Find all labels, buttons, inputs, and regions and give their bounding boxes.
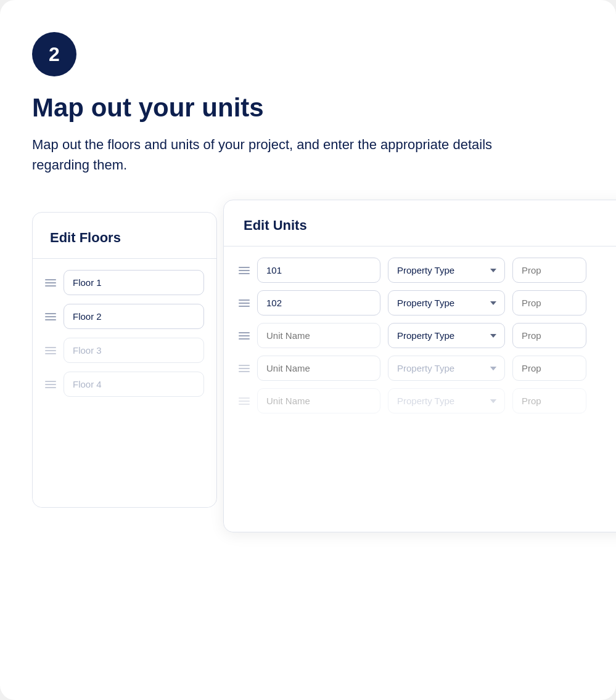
unit-name-input[interactable] <box>257 323 380 348</box>
unit-name-input[interactable] <box>257 356 380 381</box>
drag-handle-icon[interactable] <box>45 313 56 320</box>
step-badge: 2 <box>32 32 76 76</box>
property-type-select[interactable]: Property Type <box>388 356 505 381</box>
prop-extra-input[interactable] <box>512 258 586 283</box>
unit-row: Property Type <box>239 323 616 348</box>
drag-handle-icon[interactable] <box>239 299 250 307</box>
fade-overlay <box>33 470 216 507</box>
edit-floors-header: Edit Floors <box>33 213 216 259</box>
edit-units-panel: Edit Units Property Type <box>223 200 616 532</box>
floor-name-input[interactable] <box>64 304 204 329</box>
prop-extra-input[interactable] <box>512 356 586 381</box>
drag-handle-icon[interactable] <box>45 279 56 287</box>
drag-handle-icon[interactable] <box>239 332 250 340</box>
edit-floors-title: Edit Floors <box>50 230 199 246</box>
unit-row: Property Type <box>239 388 616 413</box>
floor-item <box>45 270 204 295</box>
property-type-select[interactable]: Property Type <box>388 388 505 413</box>
unit-name-input[interactable] <box>257 388 380 413</box>
unit-row: Property Type <box>239 290 616 315</box>
drag-handle-icon[interactable] <box>45 347 56 354</box>
main-card: 2 Map out your units Map out the floors … <box>0 0 616 700</box>
floors-list <box>33 259 216 408</box>
property-type-select[interactable]: Property Type <box>388 258 505 283</box>
panels-container: Edit Floors <box>32 212 584 508</box>
edit-units-title: Edit Units <box>244 218 616 234</box>
edit-floors-panel: Edit Floors <box>32 212 217 508</box>
property-type-wrapper: Property Type <box>388 290 505 315</box>
drag-handle-icon[interactable] <box>239 365 250 372</box>
prop-extra-input[interactable] <box>512 323 586 348</box>
floor-name-input[interactable] <box>64 270 204 295</box>
property-type-wrapper: Property Type <box>388 258 505 283</box>
property-type-select[interactable]: Property Type <box>388 290 505 315</box>
unit-row: Property Type <box>239 356 616 381</box>
unit-name-input[interactable] <box>257 258 380 283</box>
floor-item <box>45 304 204 329</box>
floor-item <box>45 372 204 397</box>
property-type-wrapper: Property Type <box>388 388 505 413</box>
property-type-wrapper: Property Type <box>388 323 505 348</box>
drag-handle-icon[interactable] <box>45 381 56 388</box>
property-type-select[interactable]: Property Type <box>388 323 505 348</box>
floor-item <box>45 338 204 363</box>
units-list: Property Type Property Type <box>224 246 616 425</box>
step-number: 2 <box>49 43 60 66</box>
prop-extra-input[interactable] <box>512 290 586 315</box>
page-description: Map out the floors and units of your pro… <box>32 134 525 175</box>
unit-row: Property Type <box>239 258 616 283</box>
fade-overlay <box>224 482 616 532</box>
drag-handle-icon[interactable] <box>239 397 250 405</box>
property-type-wrapper: Property Type <box>388 356 505 381</box>
floor-name-input[interactable] <box>64 372 204 397</box>
edit-units-header: Edit Units <box>224 200 616 246</box>
drag-handle-icon[interactable] <box>239 267 250 274</box>
unit-name-input[interactable] <box>257 290 380 315</box>
prop-extra-input[interactable] <box>512 388 586 413</box>
floor-name-input[interactable] <box>64 338 204 363</box>
page-title: Map out your units <box>32 94 584 122</box>
